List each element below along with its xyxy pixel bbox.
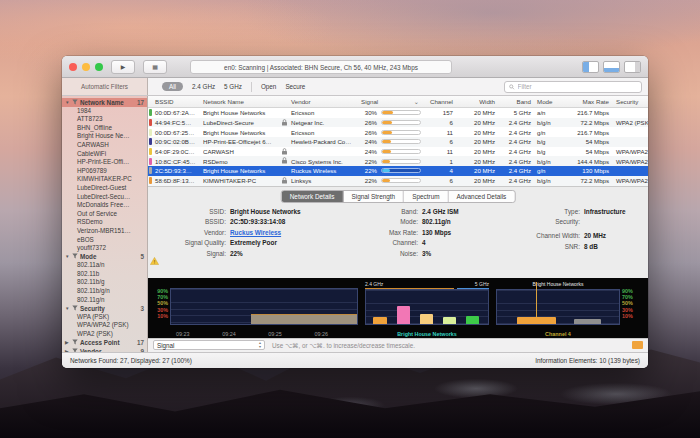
graph-metric-select[interactable]: Signal ▴▾ <box>153 340 265 350</box>
sidebar-item[interactable]: 1984 <box>62 107 147 116</box>
column-header-channel[interactable]: Channel <box>425 98 455 105</box>
sidebar-item[interactable]: Verizon-MBR151… <box>62 227 147 236</box>
table-row[interactable]: 58:6D:8F:13…KIMWHITAKER-PCLinksys22%620 … <box>148 176 648 186</box>
minimize-button[interactable] <box>82 63 90 71</box>
tab-network-details[interactable]: Network Details <box>282 191 344 202</box>
sidebar-item[interactable]: BHN_Offline <box>62 124 147 133</box>
sidebar-item[interactable]: CARWASH <box>62 141 147 150</box>
channel-cell: 1 <box>425 158 455 165</box>
signal-bar-cell <box>379 110 425 115</box>
sidebar-item[interactable]: HP069789 <box>62 167 147 176</box>
search-input[interactable] <box>518 83 637 90</box>
channel-chart[interactable]: Bright House Networks Channel 4 <box>496 281 620 338</box>
scan-play-button[interactable]: ▶ <box>111 60 135 74</box>
sidebar-item[interactable]: CableWiFi <box>62 150 147 159</box>
sidebar-section-mode[interactable]: ▼Mode5 <box>62 253 147 262</box>
detail-value: Extremely Poor <box>230 239 374 246</box>
band-occupancy-chart[interactable]: 2.4 GHz 5 GHz Bright House Networks <box>365 281 489 338</box>
sidebar-item[interactable]: Out of Service <box>62 210 147 219</box>
channel-network-bar[interactable] <box>517 317 556 324</box>
sidebar-section-access-point[interactable]: ▶Access Point17 <box>62 339 147 348</box>
filter-segment-2-4-ghz[interactable]: 2.4 GHz <box>192 83 215 90</box>
filter-segment-all[interactable]: All <box>162 82 183 91</box>
filters-sidebar[interactable]: ▼Network Name171984ATT8723BHN_OfflineBri… <box>62 96 148 352</box>
disclosure-right-icon[interactable]: ▶ <box>65 340 70 345</box>
sidebar-item[interactable]: eBOS <box>62 236 147 245</box>
detail-label: Channel Width: <box>516 232 580 239</box>
sidebar-item[interactable]: 802.11a/n <box>62 261 147 270</box>
filter-segment-open[interactable]: Open <box>261 83 276 90</box>
zoom-button[interactable] <box>95 63 103 71</box>
table-row[interactable]: 00:9C:02:0B…HP-Print-EE-Officejet 6…Hewl… <box>148 137 648 147</box>
column-header-max-rate[interactable]: Max Rate <box>561 98 611 105</box>
tab-advanced-details[interactable]: Advanced Details <box>449 191 515 202</box>
table-row[interactable]: 64:0F:29:0C…CARWASH24%1120 MHz2.4 GHzb/g… <box>148 147 648 157</box>
table-row[interactable]: 10:8C:CF:45…RSDemoCisco Systems Inc.22%1… <box>148 156 648 166</box>
scan-stop-button[interactable]: ▦ <box>143 60 167 74</box>
signal-history-chart[interactable]: 09:2309:2409:2509:26 <box>170 281 358 338</box>
signal-bar-fill <box>382 169 390 172</box>
vendor-cell: Ericsson <box>289 129 359 136</box>
filter-search-field[interactable] <box>504 81 642 93</box>
sidebar-item[interactable]: WPA (PSK) <box>62 313 147 322</box>
sidebar-item[interactable]: 802.11b/g/n <box>62 287 147 296</box>
vendor-link[interactable]: Ruckus Wireless <box>230 229 374 236</box>
column-header-vendor[interactable]: Vendor <box>289 98 359 105</box>
toggle-bottom-panel-button[interactable] <box>603 61 620 73</box>
column-header-signal[interactable]: Signal⌄ <box>359 98 425 105</box>
table-header[interactable]: BSSIDNetwork NameVendorSignal⌄ChannelWid… <box>148 96 648 108</box>
sidebar-item[interactable]: LubeDirect-Guest <box>62 184 147 193</box>
sidebar-section-security[interactable]: ▼Security3 <box>62 304 147 313</box>
column-header-mode[interactable]: Mode <box>533 98 561 105</box>
disclosure-down-icon[interactable]: ▼ <box>65 306 70 311</box>
sidebar-item[interactable]: McDonalds Free… <box>62 201 147 210</box>
tab-spectrum[interactable]: Spectrum <box>404 191 448 202</box>
column-header-band[interactable]: Band <box>497 98 533 105</box>
disclosure-down-icon[interactable]: ▼ <box>65 100 70 105</box>
sidebar-item[interactable]: 802.11b <box>62 270 147 279</box>
band-network-bar[interactable] <box>420 314 433 324</box>
sidebar-item[interactable]: 802.11b/g <box>62 278 147 287</box>
column-header-network-name[interactable]: Network Name <box>201 98 289 105</box>
column-header-security[interactable]: Security <box>611 98 648 105</box>
table-row[interactable]: 00:0D:67:25…Bright House NetworksEricsso… <box>148 127 648 137</box>
toggle-sidebar-button[interactable] <box>582 61 599 73</box>
signal-bar-track <box>381 110 421 115</box>
sidebar-item[interactable]: KIMWHITAKER-PC <box>62 175 147 184</box>
column-header-bssid[interactable]: BSSID <box>153 98 201 105</box>
sidebar-item[interactable]: ATT8723 <box>62 115 147 124</box>
sidebar-section-vendor[interactable]: ▶Vendor9 <box>62 347 147 352</box>
graph-metric-value: Signal <box>157 342 175 349</box>
tab-signal-strength[interactable]: Signal Strength <box>343 191 404 202</box>
sidebar-item[interactable]: youfit7372 <box>62 244 147 253</box>
band-network-bar[interactable] <box>443 317 456 324</box>
mode-cell: b/g <box>533 138 561 145</box>
disclosure-down-icon[interactable]: ▼ <box>65 254 70 259</box>
sidebar-item[interactable]: 802.11g/n <box>62 296 147 305</box>
band-24ghz-label: 2.4 GHz <box>365 281 454 289</box>
filter-segment-5-ghz[interactable]: 5 GHz <box>224 83 242 90</box>
sidebar-item[interactable]: LubeDirect-Secu… <box>62 193 147 202</box>
sidebar-item[interactable]: WPA2 (PSK) <box>62 330 147 339</box>
column-header-width[interactable]: Width <box>455 98 497 105</box>
table-row[interactable]: 2C:5D:93:3…Bright House NetworksRuckus W… <box>148 166 648 176</box>
detail-label: Mode: <box>374 218 418 225</box>
disclosure-right-icon[interactable]: ▶ <box>65 349 70 352</box>
band-network-bar[interactable] <box>373 317 386 323</box>
sidebar-item[interactable]: Bright House Ne… <box>62 132 147 141</box>
title-bar[interactable]: ▶ ▦ en0: Scanning | Associated: BHN Secu… <box>62 56 648 78</box>
filter-segment-secure[interactable]: Secure <box>285 83 305 90</box>
sidebar-item[interactable]: RSDemo <box>62 218 147 227</box>
band-network-bar[interactable] <box>466 316 479 323</box>
sidebar-item[interactable]: HP-Print-EE-Offi… <box>62 158 147 167</box>
sidebar-section-network-name[interactable]: ▼Network Name17 <box>62 98 147 107</box>
close-button[interactable] <box>69 63 77 71</box>
table-row[interactable]: 00:0D:67:2A…Bright House NetworksEricsso… <box>148 108 648 118</box>
table-row[interactable]: 44:94:FC:5…LubeDirect-SecureNetgear Inc.… <box>148 118 648 128</box>
legend-chip[interactable] <box>632 341 643 349</box>
channel-network-bar[interactable] <box>574 319 601 323</box>
sidebar-section: ▼Network Name171984ATT8723BHN_OfflineBri… <box>62 98 147 253</box>
sidebar-item[interactable]: WPA/WPA2 (PSK) <box>62 321 147 330</box>
band-network-bar[interactable] <box>397 306 410 324</box>
toggle-right-panel-button[interactable] <box>624 61 641 73</box>
